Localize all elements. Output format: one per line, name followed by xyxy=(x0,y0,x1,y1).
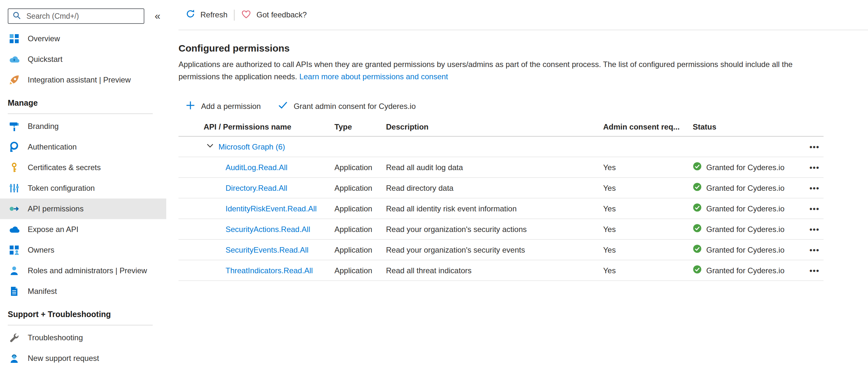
plus-icon xyxy=(186,100,195,112)
sidebar-item-authentication[interactable]: Authentication xyxy=(0,137,166,157)
row-more-options-icon[interactable]: ••• xyxy=(805,183,824,192)
add-permission-button[interactable]: Add a permission xyxy=(186,100,261,112)
api-permissions-icon xyxy=(9,203,19,214)
permission-description: Read all audit log data xyxy=(386,163,603,172)
permission-description: Read all identity risk event information xyxy=(386,204,603,213)
permissions-table: API / Permissions name Type Description … xyxy=(179,117,824,281)
main-content: Refresh Got feedback? Configured permiss… xyxy=(179,0,868,377)
permission-type: Application xyxy=(335,163,386,172)
page-title: Configured permissions xyxy=(179,42,868,54)
permission-description: Read your organization's security events xyxy=(386,245,603,254)
quickstart-icon xyxy=(9,54,19,64)
rocket-icon xyxy=(9,75,19,85)
admin-consent-required: Yes xyxy=(603,163,693,172)
learn-more-link[interactable]: Learn more about permissions and consent xyxy=(299,72,448,81)
column-header-status[interactable]: Status xyxy=(693,122,805,131)
permission-name-cell: ThreatIndicators.Read.All xyxy=(179,266,335,275)
permission-name-cell: SecurityEvents.Read.All xyxy=(179,245,335,254)
manage-section-items: Branding Authentication Certificates & s… xyxy=(0,116,179,302)
person-icon xyxy=(9,265,19,276)
sidebar-item-manifest[interactable]: Manifest xyxy=(0,281,166,302)
azure-portal-blade: « Overview Quickstart Integration assist… xyxy=(0,0,868,377)
feedback-button[interactable]: Got feedback? xyxy=(241,9,307,21)
status-cell: Granted for Cyderes.io xyxy=(693,244,805,255)
permission-name-cell: IdentityRiskEvent.Read.All xyxy=(179,204,335,213)
sidebar-search-row: « xyxy=(8,8,179,24)
permission-row: IdentityRiskEvent.Read.All Application R… xyxy=(179,198,824,219)
sidebar-item-label: Manifest xyxy=(28,287,57,296)
column-header-admin-consent[interactable]: Admin consent req... xyxy=(603,122,693,131)
sidebar-item-label: Certificates & secrets xyxy=(28,163,101,172)
sidebar-item-label: Troubleshooting xyxy=(28,333,83,342)
column-header-description[interactable]: Description xyxy=(386,122,603,131)
permission-description: Read directory data xyxy=(386,183,603,192)
sidebar-item-label: Quickstart xyxy=(28,55,63,64)
collapse-sidebar-button[interactable]: « xyxy=(155,10,160,22)
key-icon xyxy=(9,162,19,173)
status-cell: Granted for Cyderes.io xyxy=(693,265,805,276)
sidebar-item-label: Overview xyxy=(28,34,60,43)
permission-link[interactable]: AuditLog.Read.All xyxy=(225,163,287,172)
feedback-label: Got feedback? xyxy=(256,10,307,19)
chevron-down-icon[interactable] xyxy=(206,142,214,152)
granted-check-icon xyxy=(693,203,702,214)
permission-link[interactable]: SecurityActions.Read.All xyxy=(225,225,310,233)
column-header-type[interactable]: Type xyxy=(335,122,386,131)
permission-type: Application xyxy=(335,245,386,254)
row-more-options-icon[interactable]: ••• xyxy=(805,245,824,254)
row-more-options-icon[interactable]: ••• xyxy=(805,163,824,172)
admin-consent-required: Yes xyxy=(603,225,693,233)
heart-icon xyxy=(241,9,251,21)
sidebar-item-api-permissions[interactable]: API permissions xyxy=(0,198,166,219)
sidebar-item-expose-an-api[interactable]: Expose an API xyxy=(0,219,166,240)
refresh-button[interactable]: Refresh xyxy=(186,9,227,21)
permission-link[interactable]: ThreatIndicators.Read.All xyxy=(225,266,313,275)
check-icon xyxy=(277,100,288,112)
owners-icon xyxy=(9,245,19,255)
sidebar-item-certificates-secrets[interactable]: Certificates & secrets xyxy=(0,157,166,178)
sidebar-item-integration-assistant[interactable]: Integration assistant | Preview xyxy=(0,70,166,90)
sidebar-item-owners[interactable]: Owners xyxy=(0,240,166,260)
permission-row: AuditLog.Read.All Application Read all a… xyxy=(179,157,824,178)
status-text: Granted for Cyderes.io xyxy=(706,204,784,213)
sidebar-item-label: Roles and administrators | Preview xyxy=(28,266,147,275)
grant-admin-consent-button[interactable]: Grant admin consent for Cyderes.io xyxy=(277,100,415,112)
sidebar-item-label: Branding xyxy=(28,122,59,131)
sidebar-item-troubleshooting[interactable]: Troubleshooting xyxy=(0,327,166,348)
status-text: Granted for Cyderes.io xyxy=(706,183,784,192)
permission-link[interactable]: IdentityRiskEvent.Read.All xyxy=(225,204,317,213)
permission-type: Application xyxy=(335,183,386,192)
permission-link[interactable]: SecurityEvents.Read.All xyxy=(225,245,308,254)
sidebar-item-quickstart[interactable]: Quickstart xyxy=(0,49,166,70)
permission-name-cell: AuditLog.Read.All xyxy=(179,163,335,172)
search-input[interactable] xyxy=(25,11,140,21)
row-more-options-icon[interactable]: ••• xyxy=(805,225,824,233)
refresh-label: Refresh xyxy=(200,10,227,19)
status-cell: Granted for Cyderes.io xyxy=(693,224,805,234)
row-more-options-icon[interactable]: ••• xyxy=(805,204,824,213)
permission-link[interactable]: Directory.Read.All xyxy=(225,183,287,192)
api-group-link[interactable]: Microsoft Graph (6) xyxy=(218,142,285,151)
overview-icon xyxy=(9,33,19,44)
row-more-options-icon[interactable]: ••• xyxy=(805,142,824,151)
paint-roller-icon xyxy=(9,121,19,131)
sidebar-item-label: New support request xyxy=(28,354,99,363)
status-text: Granted for Cyderes.io xyxy=(706,225,784,233)
sidebar-item-token-configuration[interactable]: Token configuration xyxy=(0,178,166,198)
admin-consent-required: Yes xyxy=(603,245,693,254)
sidebar-section-support: Support + Troubleshooting xyxy=(8,310,153,325)
permission-description: Read all threat indicators xyxy=(386,266,603,275)
sidebar-item-label: Integration assistant | Preview xyxy=(28,75,131,85)
search-icon xyxy=(12,11,21,22)
admin-consent-required: Yes xyxy=(603,204,693,213)
sidebar-item-new-support-request[interactable]: New support request xyxy=(0,348,166,369)
sidebar-item-branding[interactable]: Branding xyxy=(0,116,166,137)
admin-consent-required: Yes xyxy=(603,266,693,275)
sidebar-item-overview[interactable]: Overview xyxy=(0,28,166,49)
column-header-name[interactable]: API / Permissions name xyxy=(179,122,335,131)
sidebar-item-roles-administrators[interactable]: Roles and administrators | Preview xyxy=(0,260,166,281)
description-text: Applications are authorized to call APIs… xyxy=(179,60,793,81)
refresh-icon xyxy=(186,9,195,21)
row-more-options-icon[interactable]: ••• xyxy=(805,266,824,275)
search-box[interactable] xyxy=(8,8,144,24)
